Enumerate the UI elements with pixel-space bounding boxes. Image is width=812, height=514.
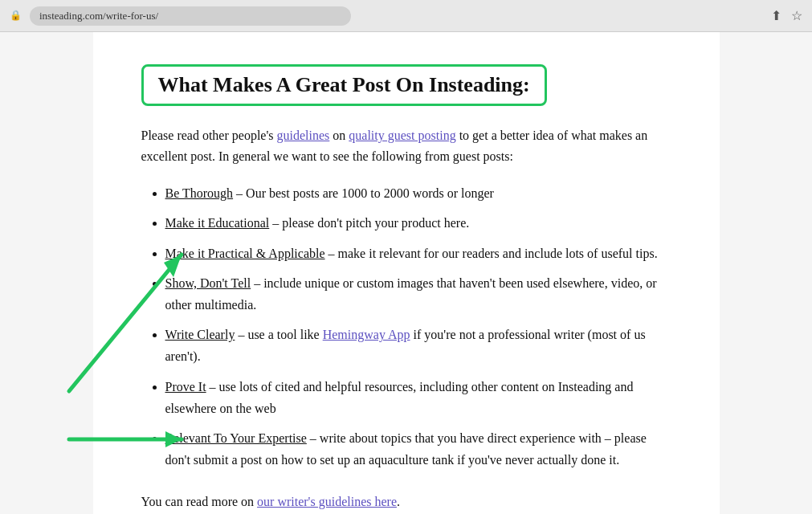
page-title-box: What Makes A Great Post On Insteading:	[141, 64, 547, 106]
be-thorough-text: – Our best posts are 1000 to 2000 words …	[233, 186, 494, 200]
guidelines-link[interactable]: guidelines	[277, 128, 330, 142]
list-item: Make it Practical & Applicable – make it…	[165, 243, 671, 264]
bookmark-icon[interactable]: ☆	[791, 8, 802, 23]
intro-text-part1: Please read other people's	[141, 128, 277, 142]
address-bar[interactable]: insteading.com/write-for-us/	[30, 6, 351, 26]
criteria-list: Be Thorough – Our best posts are 1000 to…	[141, 182, 671, 471]
list-item: Write Clearly – use a tool like Hemingwa…	[165, 324, 671, 367]
make-it-educational-text: – please don't pitch your product here.	[269, 216, 469, 230]
page-body: What Makes A Great Post On Insteading: P…	[93, 32, 720, 514]
url-text: insteading.com/write-for-us/	[39, 10, 158, 22]
make-it-practical-text: – make it relevant for our readers and i…	[325, 247, 658, 260]
lock-icon: 🔒	[10, 10, 22, 22]
write-clearly-text-before: – use a tool like	[235, 328, 322, 341]
relevant-expertise-link[interactable]: Relevant To Your Expertise	[165, 431, 307, 445]
prove-it-link[interactable]: Prove It	[165, 380, 206, 394]
list-item: Prove It – use lots of cited and helpful…	[165, 376, 671, 419]
content-area: Be Thorough – Our best posts are 1000 to…	[141, 182, 671, 471]
write-clearly-link[interactable]: Write Clearly	[165, 328, 235, 341]
prove-it-text: – use lots of cited and helpful resource…	[165, 380, 634, 415]
footer-text-part1: You can read more on	[141, 495, 258, 508]
page-title: What Makes A Great Post On Insteading:	[158, 73, 530, 97]
make-it-educational-link[interactable]: Make it Educational	[165, 216, 270, 230]
footer-paragraph: You can read more on our writer's guidel…	[141, 495, 671, 509]
browser-chrome: 🔒 insteading.com/write-for-us/ ⬆ ☆	[0, 0, 812, 32]
make-it-practical-link[interactable]: Make it Practical & Applicable	[165, 247, 325, 260]
hemingway-app-link[interactable]: Hemingway App	[323, 328, 410, 341]
intro-text-part2: on	[329, 128, 349, 142]
be-thorough-link[interactable]: Be Thorough	[165, 186, 234, 200]
writers-guidelines-link[interactable]: our writer's guidelines here	[257, 495, 397, 508]
share-icon[interactable]: ⬆	[771, 8, 781, 23]
intro-paragraph: Please read other people's guidelines on…	[141, 125, 671, 166]
quality-guest-posting-link[interactable]: quality guest posting	[349, 128, 455, 142]
list-item: Relevant To Your Expertise – write about…	[165, 427, 671, 471]
list-item: Be Thorough – Our best posts are 1000 to…	[165, 182, 671, 204]
list-item: Show, Don't Tell – include unique or cus…	[165, 272, 671, 316]
list-item: Make it Educational – please don't pitch…	[165, 212, 671, 234]
footer-text-part2: .	[397, 495, 400, 508]
show-dont-tell-link[interactable]: Show, Don't Tell	[165, 276, 251, 290]
